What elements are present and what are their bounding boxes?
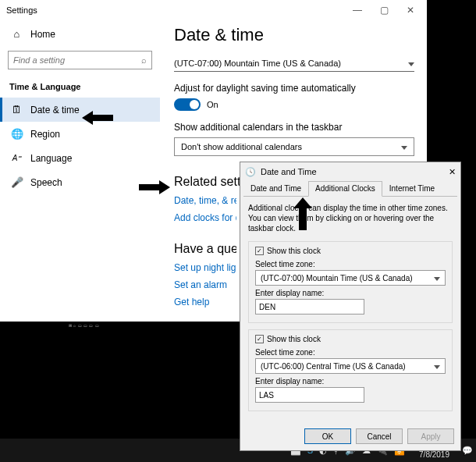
checkbox-label: Show this clock bbox=[267, 247, 321, 255]
home-icon: ⌂ bbox=[11, 28, 23, 40]
dialog-body: Additional clocks can display the time i… bbox=[240, 197, 460, 424]
clock-1-checkbox[interactable]: ✓ Show this clock bbox=[255, 247, 446, 255]
link-regional-formatting[interactable]: Date, time, & regional formatting bbox=[174, 195, 236, 206]
category-label: Time & Language bbox=[0, 79, 160, 98]
dst-toggle[interactable]: On bbox=[174, 98, 414, 111]
svg-marker-2 bbox=[293, 197, 312, 230]
arrow-annotation-icon bbox=[139, 179, 170, 196]
chevron-down-icon bbox=[434, 274, 440, 283]
link-night-light[interactable]: Set up night light bbox=[174, 262, 236, 273]
nav-speech[interactable]: 🎤 Speech bbox=[0, 170, 160, 194]
dst-state: On bbox=[207, 100, 218, 109]
clock-1-group: ✓ Show this clock Select time zone: (UTC… bbox=[248, 241, 453, 323]
svg-marker-0 bbox=[82, 111, 113, 125]
date-time-dialog: 🕓 Date and Time ✕ Date and Time Addition… bbox=[240, 162, 461, 451]
dialog-close-button[interactable]: ✕ bbox=[449, 167, 456, 177]
tz-label: Select time zone: bbox=[255, 260, 446, 268]
chevron-down-icon bbox=[401, 142, 407, 151]
nav-date-time[interactable]: 🗓 Date & time bbox=[0, 98, 160, 122]
clock-1-timezone-combo[interactable]: (UTC-07:00) Mountain Time (US & Canada) bbox=[255, 270, 446, 286]
question-heading: Have a question? bbox=[174, 242, 236, 256]
maximize-button[interactable]: ▢ bbox=[371, 2, 397, 19]
nav-label: Region bbox=[30, 129, 60, 140]
chevron-down-icon bbox=[434, 362, 440, 371]
clock-2-name-input[interactable]: LAS bbox=[255, 387, 364, 403]
language-icon: A⁼ bbox=[11, 152, 23, 164]
nav-label: Speech bbox=[30, 177, 62, 188]
window-title: Settings bbox=[6, 5, 37, 15]
ok-button[interactable]: OK bbox=[304, 428, 351, 444]
calendar-value: Don't show additional calendars bbox=[181, 142, 302, 151]
dialog-tabs: Date and Time Additional Clocks Internet… bbox=[243, 181, 457, 197]
checkbox-label: Show this clock bbox=[267, 335, 321, 343]
titlebar: Settings — ▢ ✕ bbox=[0, 0, 427, 20]
svg-marker-1 bbox=[139, 180, 170, 194]
name-label: Enter display name: bbox=[255, 289, 446, 297]
chevron-down-icon bbox=[408, 59, 414, 68]
taskbar-date: 7/8/2019 bbox=[419, 450, 449, 459]
clock-2-timezone-combo[interactable]: (UTC-06:00) Central Time (US & Canada) bbox=[255, 358, 446, 374]
window-controls: — ▢ ✕ bbox=[344, 2, 424, 19]
dst-label: Adjust for daylight saving time automati… bbox=[174, 83, 414, 94]
microphone-icon: 🎤 bbox=[11, 176, 23, 188]
tab-internet-time[interactable]: Internet Time bbox=[382, 181, 442, 196]
calendar-label: Show additional calendars in the taskbar bbox=[174, 122, 414, 133]
nav-label: Date & time bbox=[30, 105, 80, 116]
calendar-clock-icon: 🗓 bbox=[11, 104, 23, 116]
name-label: Enter display name: bbox=[255, 377, 446, 386]
tab-date-and-time[interactable]: Date and Time bbox=[243, 181, 308, 196]
nav-label: Language bbox=[30, 153, 72, 164]
clock-2-group: ✓ Show this clock Select time zone: (UTC… bbox=[248, 329, 453, 411]
clock-1-name-input[interactable]: DEN bbox=[255, 299, 364, 315]
apply-button[interactable]: Apply bbox=[407, 428, 454, 444]
link-add-clocks[interactable]: Add clocks for different time zones bbox=[174, 212, 236, 223]
arrow-annotation-icon bbox=[291, 197, 314, 230]
cancel-button[interactable]: Cancel bbox=[356, 428, 403, 444]
minimize-button[interactable]: — bbox=[344, 2, 371, 19]
timezone-combo[interactable]: (UTC-07:00) Mountain Time (US & Canada) bbox=[174, 55, 414, 72]
dialog-title: Date and Time bbox=[261, 167, 317, 176]
dialog-footer: OK Cancel Apply bbox=[240, 424, 460, 450]
close-button[interactable]: ✕ bbox=[397, 2, 424, 19]
clock-2-checkbox[interactable]: ✓ Show this clock bbox=[255, 335, 446, 343]
checkbox-checked-icon: ✓ bbox=[255, 335, 264, 343]
home-label: Home bbox=[30, 29, 55, 40]
taskbar-segment: ⊞ ⌕ ▭ ▭ ▭ ▭ bbox=[0, 322, 168, 337]
dialog-description: Additional clocks can display the time i… bbox=[248, 203, 453, 233]
tz-label: Select time zone: bbox=[255, 348, 446, 357]
globe-icon: 🌐 bbox=[11, 128, 23, 140]
home-nav[interactable]: ⌂ Home bbox=[0, 23, 160, 48]
nav-region[interactable]: 🌐 Region bbox=[0, 122, 160, 146]
tab-additional-clocks[interactable]: Additional Clocks bbox=[308, 181, 382, 197]
clock-2-tz-value: (UTC-06:00) Central Time (US & Canada) bbox=[261, 362, 406, 371]
sidebar: ⌂ Home ⌕ Time & Language 🗓 Date & time 🌐… bbox=[0, 20, 160, 322]
page-heading: Date & time bbox=[174, 25, 414, 45]
notifications-icon[interactable]: 💬 bbox=[462, 446, 473, 456]
checkbox-checked-icon: ✓ bbox=[255, 247, 264, 255]
search-input[interactable] bbox=[13, 55, 141, 65]
dialog-titlebar: 🕓 Date and Time ✕ bbox=[240, 162, 460, 181]
clock-1-tz-value: (UTC-07:00) Mountain Time (US & Canada) bbox=[261, 274, 413, 283]
search-icon: ⌕ bbox=[141, 55, 147, 65]
nav-language[interactable]: A⁼ Language bbox=[0, 146, 160, 170]
search-box[interactable]: ⌕ bbox=[8, 51, 152, 69]
timezone-value: (UTC-07:00) Mountain Time (US & Canada) bbox=[174, 59, 341, 68]
toggle-switch-on bbox=[174, 98, 201, 111]
calendar-combo[interactable]: Don't show additional calendars bbox=[174, 137, 414, 156]
arrow-annotation-icon bbox=[82, 109, 113, 126]
clock-icon: 🕓 bbox=[245, 167, 256, 177]
